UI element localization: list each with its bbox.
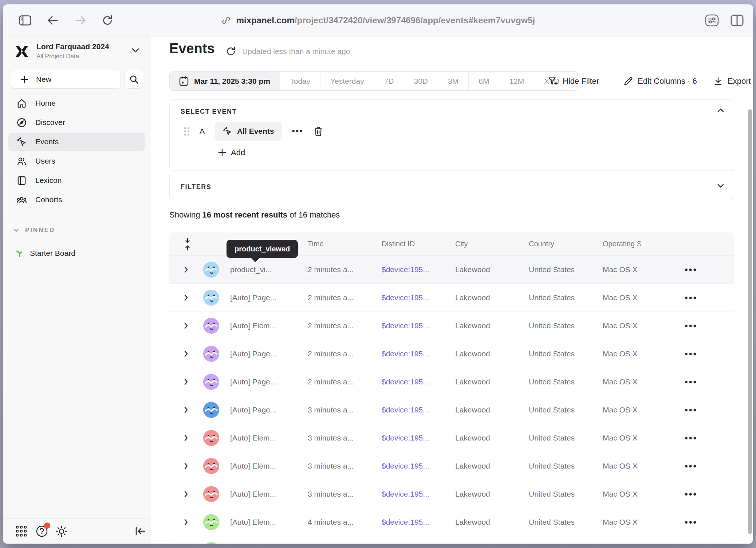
expand-row-chevron-icon[interactable] bbox=[184, 350, 188, 357]
browser-sidebar-toggle-icon[interactable] bbox=[19, 15, 31, 26]
column-header-country[interactable]: Country bbox=[529, 240, 554, 248]
split-view-icon[interactable] bbox=[731, 15, 744, 26]
row-actions-button[interactable]: ••• bbox=[685, 461, 697, 471]
expand-row-chevron-icon[interactable] bbox=[184, 266, 188, 273]
sidebar-item-cohorts[interactable]: Cohorts bbox=[8, 191, 145, 209]
event-selector-chip[interactable]: All Events bbox=[215, 122, 282, 141]
search-button[interactable] bbox=[125, 70, 143, 89]
row-actions-button[interactable]: ••• bbox=[685, 405, 697, 415]
pinned-section-header[interactable]: PINNED bbox=[13, 227, 55, 234]
hide-filter-button[interactable]: Hide Filter bbox=[547, 71, 599, 91]
distinct-id-link[interactable]: $device:195... bbox=[382, 265, 429, 274]
table-row[interactable]: [Auto] Elem... 3 minutes a... $device:19… bbox=[169, 452, 734, 480]
new-button[interactable]: New bbox=[11, 70, 121, 89]
preset-yesterday[interactable]: Yesterday bbox=[320, 72, 374, 90]
expand-row-chevron-icon[interactable] bbox=[184, 518, 188, 526]
distinct-id-link[interactable]: $device:195... bbox=[382, 462, 429, 470]
column-header-time[interactable]: Time bbox=[308, 240, 324, 248]
sidebar-item-discover[interactable]: Discover bbox=[8, 113, 145, 132]
event-os: Mac OS X bbox=[603, 349, 638, 358]
column-header-distinct-id[interactable]: Distinct ID bbox=[382, 240, 415, 248]
page-settings-icon[interactable] bbox=[705, 14, 719, 27]
edit-columns-button[interactable]: Edit Columns · 6 bbox=[623, 71, 697, 91]
sidebar-item-home[interactable]: Home bbox=[8, 94, 145, 112]
table-row[interactable]: [Auto] Page... 3 minutes a... $device:19… bbox=[169, 396, 734, 424]
row-actions-button[interactable]: ••• bbox=[685, 293, 697, 303]
help-icon[interactable] bbox=[36, 525, 48, 537]
expand-row-chevron-icon[interactable] bbox=[184, 490, 188, 498]
reload-button-icon[interactable] bbox=[102, 15, 113, 26]
distinct-id-link[interactable]: $device:195... bbox=[382, 293, 429, 302]
row-actions-button[interactable]: ••• bbox=[685, 489, 697, 500]
date-picker-button[interactable]: Mar 11, 2025 3:30 pm bbox=[170, 72, 280, 90]
row-actions-button[interactable]: ••• bbox=[685, 517, 697, 528]
filters-panel[interactable]: FILTERS bbox=[169, 174, 734, 200]
collapse-sidebar-icon[interactable] bbox=[135, 527, 146, 536]
preset-3m[interactable]: 3M bbox=[438, 72, 468, 90]
expand-row-chevron-icon[interactable] bbox=[184, 434, 188, 442]
row-actions-button[interactable]: ••• bbox=[685, 321, 697, 331]
table-row[interactable]: [Auto] Elem... 3 minutes a... $device:19… bbox=[169, 480, 734, 508]
row-actions-button[interactable]: ••• bbox=[685, 349, 697, 359]
table-row[interactable] bbox=[169, 536, 734, 544]
table-row[interactable]: [Auto] Elem... 3 minutes a... $device:19… bbox=[169, 424, 734, 452]
apps-grid-icon[interactable] bbox=[16, 526, 27, 536]
row-actions-button[interactable]: ••• bbox=[685, 377, 697, 387]
download-icon bbox=[713, 76, 723, 86]
pinned-item-label: Starter Board bbox=[30, 249, 75, 258]
event-avatar bbox=[203, 262, 219, 278]
expand-row-chevron-icon[interactable] bbox=[184, 462, 188, 470]
event-name: [Auto] Page... bbox=[230, 406, 276, 414]
table-row[interactable]: [Auto] Elem... 2 minutes a... $device:19… bbox=[169, 312, 734, 340]
expand-row-chevron-icon[interactable] bbox=[184, 294, 188, 301]
preset-30d[interactable]: 30D bbox=[404, 72, 438, 90]
sidebar-item-events[interactable]: Events bbox=[8, 133, 145, 151]
distinct-id-link[interactable]: $device:195... bbox=[382, 349, 429, 358]
distinct-id-link[interactable]: $device:195... bbox=[382, 321, 429, 330]
distinct-id-link[interactable]: $device:195... bbox=[382, 490, 429, 498]
event-avatar bbox=[203, 430, 219, 446]
add-event-button[interactable]: Add bbox=[218, 148, 245, 157]
drag-handle[interactable] bbox=[184, 127, 189, 136]
distinct-id-link[interactable]: $device:195... bbox=[382, 518, 429, 527]
preset-12m[interactable]: 12M bbox=[499, 72, 534, 90]
expand-row-chevron-icon[interactable] bbox=[184, 406, 188, 414]
address-bar[interactable]: mixpanel.com/project/3472420/view/397469… bbox=[221, 15, 535, 26]
event-os: Mac OS X bbox=[603, 518, 638, 527]
export-button[interactable]: Export bbox=[713, 71, 751, 91]
sidebar-item-users[interactable]: Users bbox=[8, 152, 145, 170]
distinct-id-link[interactable]: $device:195... bbox=[382, 406, 429, 414]
project-switcher[interactable]: Lord Farquaad 2024 All Project Data bbox=[3, 42, 151, 63]
preset-7d[interactable]: 7D bbox=[374, 72, 404, 90]
preset-6m[interactable]: 6M bbox=[468, 72, 499, 90]
distinct-id-link[interactable]: $device:195... bbox=[382, 434, 429, 442]
chevron-down-icon[interactable] bbox=[717, 183, 724, 188]
expand-row-chevron-icon[interactable] bbox=[184, 378, 188, 385]
more-options-button[interactable]: ••• bbox=[292, 129, 303, 133]
trash-icon[interactable] bbox=[314, 126, 323, 136]
collapse-all-icon[interactable] bbox=[184, 238, 191, 251]
back-button-icon[interactable] bbox=[47, 16, 58, 25]
table-row[interactable]: [Auto] Page... 2 minutes a... $device:19… bbox=[169, 284, 734, 312]
refresh-icon[interactable] bbox=[226, 46, 236, 56]
pencil-icon bbox=[623, 76, 633, 86]
chevron-up-icon[interactable] bbox=[717, 108, 724, 113]
column-header-os[interactable]: Operating S bbox=[603, 240, 642, 248]
row-actions-button[interactable]: ••• bbox=[685, 433, 697, 443]
distinct-id-link[interactable]: $device:195... bbox=[382, 377, 429, 386]
sidebar-item-starter-board[interactable]: Starter Board bbox=[15, 248, 75, 258]
table-row[interactable]: [Auto] Elem... 4 minutes a... $device:19… bbox=[169, 508, 734, 536]
event-name: [Auto] Elem... bbox=[230, 321, 276, 330]
table-row[interactable]: [Auto] Page... 2 minutes a... $device:19… bbox=[169, 340, 734, 368]
event-time: 3 minutes a... bbox=[308, 406, 354, 414]
forward-button-icon[interactable] bbox=[75, 16, 86, 25]
vertical-scrollbar[interactable] bbox=[748, 109, 752, 534]
gear-icon[interactable] bbox=[55, 525, 68, 537]
sidebar-item-lexicon[interactable]: Lexicon bbox=[8, 171, 145, 189]
row-actions-button[interactable]: ••• bbox=[685, 265, 697, 275]
column-header-city[interactable]: City bbox=[455, 240, 468, 248]
preset-today[interactable]: Today bbox=[280, 72, 320, 90]
table-row[interactable]: [Auto] Page... 2 minutes a... $device:19… bbox=[169, 368, 734, 396]
expand-row-chevron-icon[interactable] bbox=[184, 322, 188, 329]
plus-icon bbox=[218, 148, 227, 157]
